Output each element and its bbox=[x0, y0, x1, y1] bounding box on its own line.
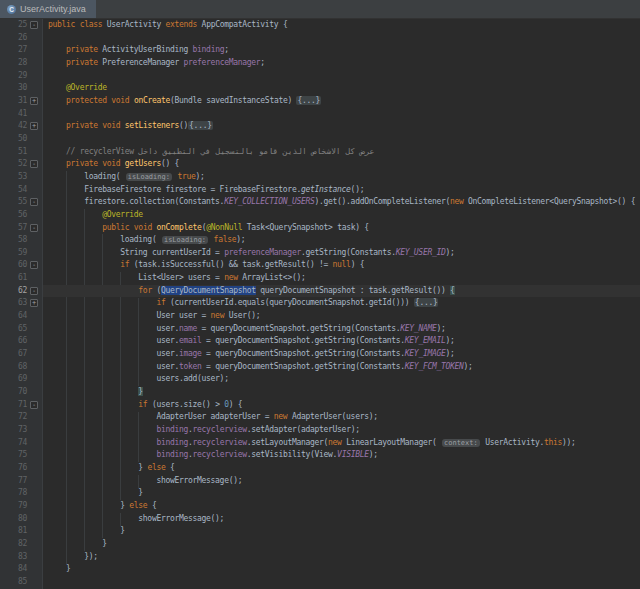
line-number[interactable]: 50 bbox=[0, 133, 27, 146]
code-line[interactable]: 78 } bbox=[0, 487, 640, 500]
gutter[interactable]: 84 bbox=[0, 563, 43, 576]
line-number[interactable]: 73 bbox=[0, 424, 27, 437]
line-number[interactable]: 69 bbox=[0, 373, 27, 386]
code-line[interactable]: 51 // recyclerView عرض كل الاشخاص الذين … bbox=[0, 146, 640, 159]
line-number[interactable]: 70 bbox=[0, 386, 27, 399]
code-line[interactable]: 76 } else { bbox=[0, 462, 640, 475]
gutter[interactable]: 75 bbox=[0, 449, 43, 462]
code-line[interactable]: 72 AdapterUser adapterUser = new Adapter… bbox=[0, 411, 640, 424]
line-number[interactable]: 62 bbox=[0, 285, 27, 298]
editor-tab-useractivity[interactable]: C UserActivity.java bbox=[0, 0, 96, 18]
gutter[interactable]: 55- bbox=[0, 196, 43, 209]
line-number[interactable]: 30 bbox=[0, 82, 27, 95]
line-number[interactable]: 58 bbox=[0, 234, 27, 247]
gutter[interactable]: 52- bbox=[0, 158, 43, 171]
gutter[interactable]: 78 bbox=[0, 487, 43, 500]
gutter[interactable]: 26 bbox=[0, 32, 43, 45]
code-line[interactable]: 85 bbox=[0, 576, 640, 589]
code-area[interactable]: 25-public class UserActivity extends App… bbox=[0, 19, 640, 589]
code-line[interactable]: 73 binding.recyclerview.setAdapter(adapt… bbox=[0, 424, 640, 437]
gutter[interactable]: 73 bbox=[0, 424, 43, 437]
line-number[interactable]: 54 bbox=[0, 184, 27, 197]
line-number[interactable]: 83 bbox=[0, 551, 27, 564]
line-number[interactable]: 82 bbox=[0, 538, 27, 551]
line-number[interactable]: 53 bbox=[0, 171, 27, 184]
line-number[interactable]: 66 bbox=[0, 335, 27, 348]
code-line[interactable]: 83 }); bbox=[0, 551, 640, 564]
line-number[interactable]: 75 bbox=[0, 449, 27, 462]
line-number[interactable]: 80 bbox=[0, 513, 27, 526]
fold-expand-icon[interactable]: + bbox=[27, 120, 42, 133]
line-number[interactable]: 71 bbox=[0, 399, 27, 412]
line-number[interactable]: 55 bbox=[0, 196, 27, 209]
gutter[interactable]: 72 bbox=[0, 411, 43, 424]
fold-collapse-icon[interactable]: - bbox=[27, 19, 42, 32]
line-number[interactable]: 28 bbox=[0, 57, 27, 70]
gutter[interactable]: 70 bbox=[0, 386, 43, 399]
gutter[interactable]: 41 bbox=[0, 108, 43, 121]
line-number[interactable]: 68 bbox=[0, 361, 27, 374]
fold-collapse-icon[interactable]: - bbox=[27, 196, 42, 209]
gutter[interactable]: 85 bbox=[0, 576, 43, 589]
gutter[interactable]: 81 bbox=[0, 525, 43, 538]
line-number[interactable]: 41 bbox=[0, 108, 27, 121]
line-number[interactable]: 85 bbox=[0, 576, 27, 589]
fold-collapse-icon[interactable]: - bbox=[27, 399, 42, 412]
code-line[interactable]: 61 List<User> users = new ArrayList<>(); bbox=[0, 272, 640, 285]
code-line[interactable]: 57- public void onComplete(@NonNull Task… bbox=[0, 222, 640, 235]
gutter[interactable]: 57- bbox=[0, 222, 43, 235]
gutter[interactable]: 27 bbox=[0, 44, 43, 57]
code-line[interactable]: 81 } bbox=[0, 525, 640, 538]
gutter[interactable]: 82 bbox=[0, 538, 43, 551]
line-number[interactable]: 56 bbox=[0, 209, 27, 222]
gutter[interactable]: 79 bbox=[0, 500, 43, 513]
code-line[interactable]: 74 binding.recyclerview.setLayoutManager… bbox=[0, 437, 640, 450]
code-line[interactable]: 58 loading( isLoading: false); bbox=[0, 234, 640, 247]
code-line[interactable]: 30 @Override bbox=[0, 82, 640, 95]
line-number[interactable]: 74 bbox=[0, 437, 27, 450]
code-line[interactable]: 71- if (users.size() > 0) { bbox=[0, 399, 640, 412]
line-number[interactable]: 60 bbox=[0, 259, 27, 272]
code-line[interactable]: 41 bbox=[0, 108, 640, 121]
fold-collapse-icon[interactable]: - bbox=[27, 158, 42, 171]
code-line[interactable]: 80 showErrorMessage(); bbox=[0, 513, 640, 526]
code-line[interactable]: 55- firestore.collection(Constants.KEY_C… bbox=[0, 196, 640, 209]
line-number[interactable]: 76 bbox=[0, 462, 27, 475]
gutter[interactable]: 69 bbox=[0, 373, 43, 386]
line-number[interactable]: 26 bbox=[0, 32, 27, 45]
code-line[interactable]: 59 String currentUserId = preferenceMana… bbox=[0, 247, 640, 260]
code-line[interactable]: 79 } else { bbox=[0, 500, 640, 513]
line-number[interactable]: 42 bbox=[0, 120, 27, 133]
gutter[interactable]: 53 bbox=[0, 171, 43, 184]
line-number[interactable]: 65 bbox=[0, 323, 27, 336]
code-line[interactable]: 60- if (task.isSuccessful() && task.getR… bbox=[0, 259, 640, 272]
gutter[interactable]: 65 bbox=[0, 323, 43, 336]
line-number[interactable]: 67 bbox=[0, 348, 27, 361]
line-number[interactable]: 51 bbox=[0, 146, 27, 159]
code-line[interactable]: 50 bbox=[0, 133, 640, 146]
code-line[interactable]: 63+ if (currentUserId.equals(queryDocume… bbox=[0, 297, 640, 310]
line-number[interactable]: 64 bbox=[0, 310, 27, 323]
line-number[interactable]: 84 bbox=[0, 563, 27, 576]
gutter[interactable]: 76 bbox=[0, 462, 43, 475]
line-number[interactable]: 79 bbox=[0, 500, 27, 513]
code-line[interactable]: 77 showErrorMessage(); bbox=[0, 475, 640, 488]
code-line[interactable]: 53 loading( isLoading: true); bbox=[0, 171, 640, 184]
folded-code-chip[interactable]: {...} bbox=[296, 96, 321, 105]
gutter[interactable]: 83 bbox=[0, 551, 43, 564]
folded-code-chip[interactable]: {...} bbox=[188, 121, 213, 130]
code-line[interactable]: 28 private PreferenceManager preferenceM… bbox=[0, 57, 640, 70]
gutter[interactable]: 58 bbox=[0, 234, 43, 247]
gutter[interactable]: 29 bbox=[0, 70, 43, 83]
code-line[interactable]: 70 } bbox=[0, 386, 640, 399]
fold-collapse-icon[interactable]: - bbox=[27, 222, 42, 235]
gutter[interactable]: 80 bbox=[0, 513, 43, 526]
line-number[interactable]: 81 bbox=[0, 525, 27, 538]
fold-expand-icon[interactable]: + bbox=[27, 297, 42, 310]
line-number[interactable]: 27 bbox=[0, 44, 27, 57]
code-line[interactable]: 82 } bbox=[0, 538, 640, 551]
code-line[interactable]: 29 bbox=[0, 70, 640, 83]
gutter[interactable]: 61 bbox=[0, 272, 43, 285]
gutter[interactable]: 74 bbox=[0, 437, 43, 450]
code-line[interactable]: 68 user.token = queryDocumentSnapshot.ge… bbox=[0, 361, 640, 374]
